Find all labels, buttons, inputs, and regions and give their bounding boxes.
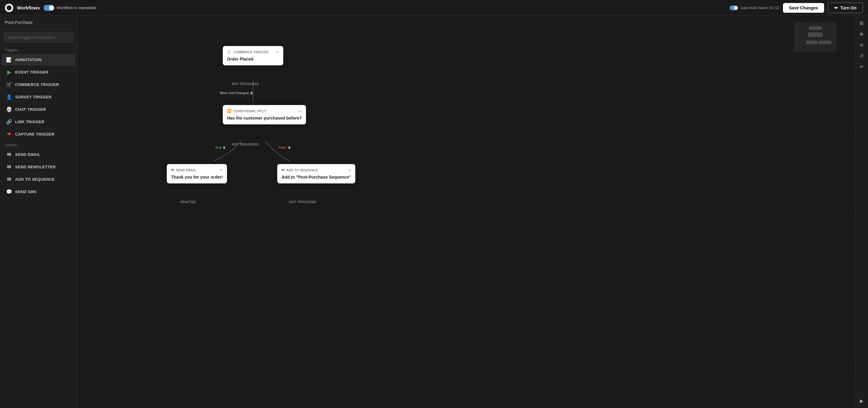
- not-triggered-badge-3: NOT TRIGGERED: [289, 200, 317, 204]
- delete-cart-icon[interactable]: 🗑: [250, 91, 253, 95]
- search-container: [0, 29, 77, 46]
- node-expand-icon[interactable]: ⇒: [275, 50, 279, 55]
- sidebar-item-commerce-trigger[interactable]: 🛒 COMMERCE TRIGGER: [2, 79, 75, 91]
- commerce-trigger-icon: 🛒: [6, 82, 12, 88]
- sidebar-item-chat-trigger[interactable]: 💀 CHAT TRIGGER: [2, 103, 75, 115]
- toggle-thumb: [49, 5, 54, 10]
- node-title: Add to "Post-Purchase Sequence": [281, 174, 351, 180]
- right-toolbar: ⊞ ⊕ ⊖ ↺ ✏ ▶: [855, 16, 868, 408]
- minimap: [794, 22, 837, 52]
- zoom-out-button[interactable]: ⊖: [857, 40, 867, 50]
- sequence-node-icon: ✉: [281, 168, 285, 172]
- not-triggered-label-1: NOT TRIGGERED: [232, 82, 259, 86]
- true-label: True 🗑: [215, 146, 226, 149]
- topbar: Workflows Workflow is repeatable Last Au…: [0, 0, 868, 16]
- node-type: 🛒 COMMERCE TRIGGER: [227, 50, 269, 54]
- node-title: Has the customer purchased before?: [227, 115, 302, 121]
- send-newsletter-icon: ✉: [6, 164, 12, 170]
- sidebar-item-send-newsletter[interactable]: ✉ SEND NEWSLETTER: [2, 161, 75, 173]
- sidebar-item-annotation[interactable]: 📝 ANNOTATION: [2, 54, 75, 66]
- sidebar-item-event-trigger[interactable]: ▶ EVENT TRIGGER: [2, 66, 75, 78]
- sidebar-item-capture-trigger[interactable]: ❤ CAPTURE TRIGGER: [2, 128, 75, 140]
- send-email-node[interactable]: ✉ SEND EMAIL ⇒ Thank you for your order!: [167, 164, 227, 183]
- conditional-split-node[interactable]: 🔀 CONDITIONAL SPLIT ⇒ Has the customer p…: [223, 105, 306, 124]
- false-label: False 🗑: [279, 146, 291, 149]
- delete-true-icon[interactable]: 🗑: [223, 146, 226, 149]
- edit-button[interactable]: ✏: [857, 62, 867, 71]
- node-expand-icon[interactable]: ⇒: [347, 168, 351, 172]
- survey-trigger-icon: 👤: [6, 94, 12, 100]
- app-logo: [5, 4, 13, 12]
- autosave-indicator: Last Auto-Save: 01:12: [730, 5, 779, 10]
- send-email-icon: ✉: [6, 152, 12, 157]
- node-header: ✉ ADD TO SEQUENCE ⇒: [281, 168, 351, 172]
- email-node-icon: ✉: [171, 168, 174, 172]
- delete-false-icon[interactable]: 🗑: [288, 146, 291, 149]
- triggers-section-label: Triggers: [0, 46, 77, 54]
- save-changes-button[interactable]: Save Changes: [783, 3, 824, 13]
- chat-trigger-icon: 💀: [6, 106, 12, 112]
- not-triggered-label-2: NOT TRIGGERED: [232, 143, 259, 146]
- node-expand-icon[interactable]: ⇒: [298, 109, 302, 114]
- node-type: 🔀 CONDITIONAL SPLIT: [227, 109, 266, 113]
- turn-on-button[interactable]: ✏ Turn On: [828, 2, 863, 13]
- workflow-canvas[interactable]: NOT TRIGGERED When Cart Changed 🗑 True 🗑…: [78, 16, 855, 408]
- commerce-trigger-node[interactable]: 🛒 COMMERCE TRIGGER ⇒ Order Placed: [223, 46, 283, 65]
- node-header: ✉ SEND EMAIL ⇒: [171, 168, 223, 172]
- app-title: Workflows: [17, 5, 40, 10]
- connectors-svg: [78, 16, 855, 408]
- node-type: ✉ SEND EMAIL: [171, 168, 196, 172]
- node-expand-icon[interactable]: ⇒: [219, 168, 223, 172]
- repeatable-toggle[interactable]: Workflow is repeatable: [43, 5, 97, 11]
- autosave-text: Last Auto-Save: 01:12: [741, 5, 779, 10]
- node-header: 🛒 COMMERCE TRIGGER ⇒: [227, 50, 279, 55]
- send-sms-icon: 💬: [6, 189, 12, 195]
- capture-trigger-icon: ❤: [6, 131, 12, 137]
- main-layout: Post-Purchase Triggers 📝 ANNOTATION ▶ EV…: [0, 16, 868, 408]
- reset-zoom-button[interactable]: ↺: [857, 51, 867, 61]
- node-header: 🔀 CONDITIONAL SPLIT ⇒: [227, 109, 302, 114]
- search-input[interactable]: [4, 32, 73, 42]
- sidebar-item-add-to-sequence[interactable]: ✉ ADD TO SEQUENCE: [2, 174, 75, 185]
- drafted-badge: DRAFTED: [180, 200, 196, 204]
- add-to-sequence-icon: ✉: [6, 177, 12, 182]
- node-title: Order Placed: [227, 56, 279, 62]
- split-node-icon: 🔀: [227, 109, 232, 113]
- when-cart-changed-label: When Cart Changed 🗑: [220, 91, 253, 95]
- toggle-track[interactable]: [43, 5, 55, 11]
- add-to-sequence-node[interactable]: ✉ ADD TO SEQUENCE ⇒ Add to "Post-Purchas…: [277, 164, 355, 183]
- node-title: Thank you for your order!: [171, 174, 223, 180]
- edit-pencil-icon: ✏: [834, 5, 838, 10]
- autosave-dot: [730, 5, 738, 10]
- sidebar-item-link-trigger[interactable]: 🔗 LINK TRIGGER: [2, 116, 75, 128]
- workflow-name: Post-Purchase: [0, 16, 77, 29]
- commerce-node-icon: 🛒: [227, 50, 232, 54]
- event-trigger-icon: ▶: [6, 69, 12, 75]
- zoom-in-button[interactable]: ⊕: [857, 29, 867, 39]
- sidebar-item-survey-trigger[interactable]: 👤 SURVEY TRIGGER: [2, 91, 75, 103]
- sidebar-item-send-email[interactable]: ✉ SEND EMAIL: [2, 149, 75, 160]
- link-trigger-icon: 🔗: [6, 119, 12, 125]
- sidebar: Post-Purchase Triggers 📝 ANNOTATION ▶ EV…: [0, 16, 78, 408]
- toggle-label: Workflow is repeatable: [57, 5, 97, 10]
- play-button[interactable]: ▶: [857, 396, 867, 406]
- actions-section-label: Actions: [0, 140, 77, 148]
- sidebar-item-send-sms[interactable]: 💬 SEND SMS: [2, 186, 75, 198]
- annotation-icon: 📝: [6, 57, 12, 63]
- table-view-button[interactable]: ⊞: [857, 18, 867, 28]
- node-type: ✉ ADD TO SEQUENCE: [281, 168, 318, 172]
